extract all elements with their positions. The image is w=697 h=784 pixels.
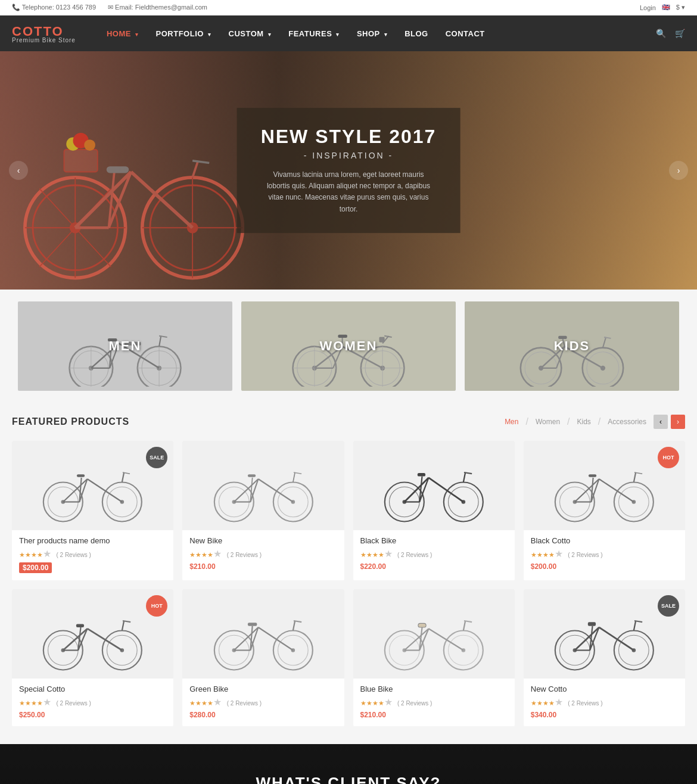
product-info: Green Bike ★★★★★ ( 2 Reviews ) $280.00 — [182, 679, 344, 726]
products-grid: SALE Add — [12, 441, 685, 726]
filter-women[interactable]: Women — [536, 418, 560, 426]
compare-icon[interactable]: ⊞ — [136, 511, 153, 527]
svg-line-88 — [122, 472, 124, 483]
svg-line-138 — [63, 629, 88, 650]
product-badge-sale: SALE — [146, 447, 167, 468]
product-name: Ther products name demo — [19, 536, 166, 545]
svg-line-116 — [463, 472, 465, 483]
add-to-cart-button[interactable]: Add to Cart — [15, 659, 117, 676]
nav-item-portfolio[interactable]: PORTFOLIO ▾ — [149, 24, 219, 43]
product-card: Add to Cart ♥ ⊞ ⊕ Blue Bike ★★★★★ ( 2 Re… — [353, 589, 515, 726]
filter-men[interactable]: Men — [505, 418, 518, 426]
product-price: $210.00 — [189, 562, 337, 571]
products-next-button[interactable]: › — [671, 415, 685, 429]
compare-icon[interactable]: ⊞ — [648, 659, 664, 676]
cat-women-label: WOMEN — [241, 301, 456, 391]
product-rating: ★★★★★ ( 2 Reviews ) — [531, 548, 678, 559]
quickview-icon[interactable]: ⊕ — [495, 511, 512, 527]
nav-item-features[interactable]: FEATURES ▾ — [281, 24, 347, 43]
wishlist-icon[interactable]: ♥ — [118, 659, 135, 676]
category-men[interactable]: MEN — [18, 301, 232, 391]
product-price: $210.00 — [360, 711, 508, 719]
nav-item-shop[interactable]: SHOP ▾ — [350, 24, 394, 43]
product-info: Black Bike ★★★★★ ( 2 Reviews ) $220.00 — [353, 530, 515, 578]
top-bar-right: Login 🇬🇧 $ ▾ — [640, 4, 685, 11]
svg-line-19 — [192, 161, 209, 163]
cart-icon[interactable]: 🛒 — [675, 29, 685, 38]
product-card: Add to Cart ♥ ⊞ ⊕ Green Bike ★★★★★ ( 2 R… — [182, 589, 344, 726]
search-icon[interactable]: 🔍 — [656, 29, 666, 38]
navbar: COTTO Premium Bike Store HOME ▾ PORTFOLI… — [0, 15, 697, 51]
quickview-icon[interactable]: ⊕ — [665, 511, 682, 527]
filter-accessories[interactable]: Accessories — [608, 418, 646, 426]
wishlist-icon[interactable]: ♥ — [289, 659, 306, 676]
nav-item-blog[interactable]: BLOG — [397, 24, 435, 43]
quickview-icon[interactable]: ⊕ — [325, 659, 341, 676]
product-image-wrap: Add to Cart ♥ ⊞ ⊕ — [353, 589, 515, 679]
hero-prev-button[interactable]: ‹ — [9, 161, 28, 180]
compare-icon[interactable]: ⊞ — [136, 659, 153, 676]
add-to-cart-button[interactable]: Add to Cart — [15, 511, 117, 527]
product-info: New Cotto ★★★★★ ( 2 Reviews ) $340.00 — [524, 679, 685, 726]
wishlist-icon[interactable]: ♥ — [630, 659, 646, 676]
phone-info: 📞 Telephone: 0123 456 789 — [12, 4, 96, 11]
product-card: HOT Add t — [524, 441, 685, 580]
flag-icon[interactable]: 🇬🇧 — [662, 4, 670, 11]
quickview-icon[interactable]: ⊕ — [665, 659, 682, 676]
product-name: Special Cotto — [19, 685, 166, 693]
nav-item-custom[interactable]: CUSTOM ▾ — [222, 24, 279, 43]
add-to-cart-button[interactable]: Add to Cart — [356, 511, 458, 527]
compare-icon[interactable]: ⊞ — [307, 511, 323, 527]
wishlist-icon[interactable]: ♥ — [118, 511, 135, 527]
add-to-cart-button[interactable]: Add to Cart — [527, 511, 628, 527]
wishlist-icon[interactable]: ♥ — [289, 511, 306, 527]
section-filters: Men / Women / Kids / Accessories ‹ › — [505, 415, 685, 429]
product-image-wrap: SALE Add — [524, 589, 685, 679]
reviews-count: ( 2 Reviews ) — [56, 552, 91, 558]
svg-rect-143 — [76, 624, 84, 628]
cat-kids-label: KIDS — [465, 301, 679, 391]
wishlist-icon[interactable]: ♥ — [630, 511, 646, 527]
product-info: Ther products name demo ★★★★★ ( 2 Review… — [12, 530, 173, 580]
hero-next-button[interactable]: › — [669, 161, 688, 180]
svg-line-18 — [192, 161, 198, 178]
product-price: $340.00 — [531, 711, 678, 719]
compare-icon[interactable]: ⊞ — [648, 511, 664, 527]
svg-rect-17 — [107, 166, 129, 173]
product-card: HOT Add t — [12, 589, 173, 726]
top-bar-left: 📞 Telephone: 0123 456 789 ✉ Email: Field… — [12, 4, 207, 11]
category-women[interactable]: WOMEN — [241, 301, 456, 391]
logo[interactable]: COTTO Premium Bike Store — [12, 24, 76, 43]
svg-line-172 — [463, 621, 465, 631]
quickview-icon[interactable]: ⊕ — [154, 511, 170, 527]
svg-rect-185 — [588, 622, 596, 626]
product-price: $200.00 — [19, 562, 166, 573]
add-to-cart-button[interactable]: Add to Cart — [185, 659, 287, 676]
nav-icons: 🔍 🛒 — [656, 29, 685, 38]
category-kids[interactable]: KIDS — [465, 301, 679, 391]
email-info: ✉ Email: Fieldthemes@gmail.com — [108, 4, 207, 11]
products-prev-button[interactable]: ‹ — [654, 415, 668, 429]
add-to-cart-button[interactable]: Add to Cart — [185, 511, 287, 527]
add-to-cart-button[interactable]: Add to Cart — [356, 659, 458, 676]
product-name: Black Cotto — [531, 536, 678, 545]
wishlist-icon[interactable]: ♥ — [459, 511, 476, 527]
product-price: $220.00 — [360, 562, 508, 571]
wishlist-icon[interactable]: ♥ — [459, 659, 476, 676]
quickview-icon[interactable]: ⊕ — [154, 659, 170, 676]
currency-selector[interactable]: $ ▾ — [676, 4, 685, 11]
product-card: SALE Add — [12, 441, 173, 580]
add-to-cart-button[interactable]: Add to Cart — [527, 659, 628, 676]
compare-icon[interactable]: ⊞ — [477, 511, 494, 527]
login-link[interactable]: Login — [640, 4, 656, 11]
compare-icon[interactable]: ⊞ — [307, 659, 323, 676]
nav-item-contact[interactable]: CONTACT — [438, 24, 492, 43]
quickview-icon[interactable]: ⊕ — [325, 511, 341, 527]
top-bar: 📞 Telephone: 0123 456 789 ✉ Email: Field… — [0, 0, 697, 15]
compare-icon[interactable]: ⊞ — [477, 659, 494, 676]
product-rating: ★★★★★ ( 2 Reviews ) — [360, 548, 508, 559]
product-card: Add to Cart ♥ ⊞ ⊕ New Bike ★★★★★ ( 2 Rev… — [182, 441, 344, 580]
filter-kids[interactable]: Kids — [577, 418, 591, 426]
nav-item-home[interactable]: HOME ▾ — [99, 24, 146, 43]
quickview-icon[interactable]: ⊕ — [495, 659, 512, 676]
